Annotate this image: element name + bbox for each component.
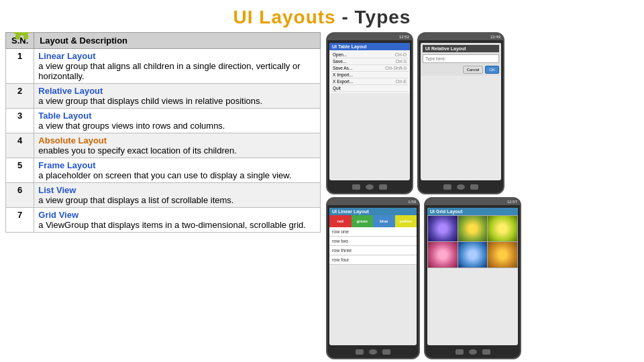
- menu-item-label: X Import...: [333, 72, 353, 77]
- nav-home-1: [366, 184, 374, 190]
- linear-rows: row onerow tworow threerow four: [329, 227, 417, 265]
- layout-name: Absolute Layout: [38, 135, 107, 145]
- color-cell-green: green: [352, 215, 374, 227]
- row-sn: 5: [6, 158, 34, 183]
- layout-name: Linear Layout: [38, 51, 95, 61]
- svg-rect-8: [15, 34, 20, 40]
- nav-recent-4: [482, 349, 490, 355]
- nav-back-1: [352, 184, 360, 190]
- layout-name: Relative Layout: [38, 86, 103, 96]
- table-row: 3 Table Layout a view that groups views …: [6, 109, 321, 133]
- grid-cell-4: [428, 242, 458, 267]
- title-main: UI Layouts: [233, 7, 336, 27]
- phone-relative-layout: 12:49 UI Relative Layout Cancel OK: [417, 32, 504, 194]
- cancel-btn[interactable]: Cancel: [463, 66, 484, 74]
- row-sn: 6: [6, 183, 34, 208]
- menu-item[interactable]: X Import...: [331, 72, 409, 78]
- linear-row-item: row four: [329, 255, 417, 265]
- row-sn: 4: [6, 133, 34, 158]
- menu-item-label: Save...: [333, 59, 346, 64]
- linear-row-item: row three: [329, 246, 417, 255]
- table-row: 7 Grid View a ViewGroup that displays it…: [6, 208, 321, 233]
- linear-row-item: row one: [329, 227, 417, 237]
- status-bar-3: 1:59: [327, 198, 419, 205]
- rel-buttons: Cancel OK: [423, 66, 499, 74]
- grid-screen: UI Grid Layout: [427, 208, 518, 268]
- nav-home-2: [457, 184, 465, 190]
- row-sn: 2: [6, 84, 34, 109]
- linear-colors: redgreenblueyellow: [329, 215, 417, 227]
- menu-item-label: Quit: [333, 86, 341, 90]
- menu-item[interactable]: Save As...Ctrl-Shift-S: [331, 65, 409, 72]
- title-bar: UI Layouts - Types: [0, 0, 644, 32]
- row-content: List View a view group that displays a l…: [34, 183, 321, 208]
- grid-title: UI Grid Layout: [427, 208, 518, 215]
- time-2: 12:49: [490, 35, 500, 39]
- menu-item-label: Open...: [333, 52, 347, 57]
- color-cell-red: red: [329, 215, 352, 227]
- phone-linear-layout: 1:59 UI Linear Layout redgreenblueyellow…: [326, 197, 420, 359]
- layout-desc: a placeholder on screen that you can use…: [38, 170, 291, 180]
- row-content: Relative Layout a view group that displa…: [34, 84, 321, 109]
- phone-bottom-1: [327, 182, 412, 192]
- layout-desc: a view group that aligns all children in…: [38, 61, 300, 81]
- layout-desc: a ViewGroup that displays items in a two…: [38, 220, 306, 230]
- title-dash: -: [336, 7, 355, 27]
- screen-2: UI Relative Layout Cancel OK: [421, 43, 501, 180]
- menu-item[interactable]: Quit: [331, 85, 409, 92]
- status-bar-1: 12:52: [327, 34, 412, 40]
- nav-home-3: [369, 349, 377, 355]
- menu-item-shortcut: Ctrl-E: [395, 79, 407, 84]
- nav-recent-2: [470, 184, 478, 190]
- menu-item[interactable]: X Export...Ctrl-E: [331, 78, 409, 85]
- phone-table-layout: 12:52 UI Table Layout Open...Ctrl-OSave.…: [326, 32, 413, 194]
- phone-bottom-2: [419, 182, 503, 192]
- nav-recent-1: [379, 184, 387, 190]
- layout-desc: a view group that displays child views i…: [38, 96, 262, 106]
- menu-item-label: Save As...: [333, 66, 352, 70]
- linear-title: UI Linear Layout: [329, 208, 417, 215]
- layout-desc: enables you to specify exact location of…: [38, 145, 237, 156]
- phone-bottom-4: [425, 347, 520, 357]
- menu-item[interactable]: Save...Ctrl-S: [331, 58, 409, 65]
- title-suffix: Types: [355, 7, 411, 27]
- layout-name: List View: [38, 185, 76, 195]
- screen-4: UI Grid Layout: [427, 208, 518, 345]
- row-sn: 3: [6, 109, 34, 133]
- row-content: Linear Layout a view group that aligns a…: [34, 49, 321, 84]
- time-4: 12:57: [507, 200, 517, 204]
- grid-cell-5: [458, 242, 488, 267]
- relative-screen: UI Relative Layout Cancel OK: [421, 43, 501, 76]
- row-content: Grid View a ViewGroup that displays item…: [34, 208, 321, 233]
- color-cell-yellow: yellow: [395, 215, 417, 227]
- phones-area: 12:52 UI Table Layout Open...Ctrl-OSave.…: [326, 32, 639, 359]
- phones-top-row: 12:52 UI Table Layout Open...Ctrl-OSave.…: [326, 32, 639, 194]
- status-bar-2: 12:49: [419, 34, 503, 40]
- menu-item-shortcut: Ctrl-Shift-S: [385, 66, 407, 70]
- grid-cell-1: [428, 216, 458, 241]
- status-bar-4: 12:57: [425, 198, 520, 205]
- menu-item[interactable]: Open...Ctrl-O: [331, 52, 409, 58]
- menu-item-label: X Export...: [333, 79, 353, 84]
- type-here-input[interactable]: [423, 54, 499, 63]
- phones-bottom-row: 1:59 UI Linear Layout redgreenblueyellow…: [326, 197, 639, 359]
- linear-screen: UI Linear Layout redgreenblueyellow row …: [329, 208, 417, 265]
- menu-title: UI Table Layout: [329, 43, 410, 50]
- nav-back-2: [443, 184, 451, 190]
- nav-back-4: [455, 349, 464, 355]
- phone-bottom-3: [327, 347, 419, 357]
- ok-btn[interactable]: OK: [485, 66, 499, 74]
- layout-table: S.N. Layout & Description 1 Linear Layou…: [5, 32, 321, 233]
- svg-rect-9: [23, 34, 28, 40]
- screen-1: UI Table Layout Open...Ctrl-OSave...Ctrl…: [329, 43, 410, 180]
- linear-row-item: row two: [329, 237, 417, 246]
- color-cell-blue: blue: [373, 215, 395, 227]
- row-content: Table Layout a view that groups views in…: [34, 109, 321, 133]
- col-header-desc: Layout & Description: [34, 33, 321, 49]
- menu-screen: Open...Ctrl-OSave...Ctrl-SSave As...Ctrl…: [329, 50, 410, 93]
- phone-grid-layout: 12:57 UI Grid Layout: [424, 197, 521, 359]
- menu-item-shortcut: Ctrl-S: [395, 59, 407, 64]
- menu-item-shortcut: Ctrl-O: [395, 52, 407, 57]
- row-sn: 1: [6, 49, 34, 84]
- nav-back-3: [356, 349, 364, 355]
